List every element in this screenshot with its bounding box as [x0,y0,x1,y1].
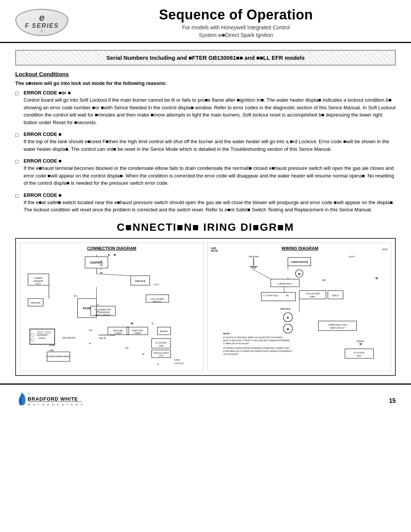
error-desc-4: If the e■at safet■ switch located near t… [24,199,396,214]
svg-text:IG OLTAGE: IG OLTAGE [156,342,167,344]
svg-text:R: R [100,260,102,263]
bullet-2: □ [15,131,24,153]
error-code-1: ERROR CODE ■or ■ [24,90,396,96]
svg-text:DISLA: DISLA [332,294,339,297]
svg-text:SWITC ARNESS: SWITC ARNESS [95,314,111,316]
header: e F SERIES ® Sequence of Operation For m… [0,0,411,43]
wiring-diagram-title: WIRING DIAGRAM [282,246,319,251]
error-content-2: ERROR CODE ■ If the top of the tank shou… [24,131,396,153]
svg-text:DISLA: DISLA [39,337,45,339]
svg-text:OARD CIRCUIT.: OARD CIRCUIT. [330,327,345,329]
svg-text:M: M [100,272,103,274]
subtitle-line2: System w■Direct Spark Ignition [76,32,396,38]
svg-text:OLTS: OLTS [349,256,355,258]
error-content-3: ERROR CODE ■ If the e■haust terminal bec… [24,158,396,187]
svg-text:W: W [131,322,134,325]
svg-rect-26 [45,331,51,334]
connection-diagram-svg: CONTROL R M L M ECOM GAS ALE COLL IGLIMI… [23,253,200,367]
svg-text:SENSE: SENSE [160,330,167,332]
svg-line-52 [97,274,131,276]
svg-line-113 [254,270,271,279]
svg-text:LOWER: LOWER [114,332,122,334]
svg-text:SI UN DES CONDUCTEURS DORIGINE: SI UN DES CONDUCTEURS DORIGINE FOURNI AE… [223,347,290,349]
svg-text:LINE: LINE [49,349,54,351]
svg-text:COMUTION: COMUTION [132,329,143,332]
connection-diagram: CONNECTION DIAGRAM CONTROL R M L M ECOM … [20,243,204,371]
wiring-diagram: LACOLTS WIRING DIAGRAM WITE GROUND LOWER… [207,243,391,371]
svg-text:GAS ALE: GAS ALE [280,308,290,310]
svg-text:AC: AC [322,279,326,281]
svg-text:IG OLTAGE: IG OLTAGE [354,351,365,354]
svg-text:NOTE:: NOTE: [223,332,231,335]
svg-text:COLLECTOR: COLLECTOR [306,292,320,295]
svg-rect-25 [38,331,43,334]
svg-text:LOWER MOTOR: LOWER MOTOR [290,261,308,263]
error-code-4: ERROR CODE ■ [24,192,396,198]
error-block-1: □ ERROR CODE ■or ■ Control board will go… [15,90,396,126]
svg-text:W: W [376,277,378,280]
svg-text:G: G [97,304,99,306]
page-title: Sequence of Operation [76,7,396,23]
svg-text:IF AN OFE TE ORIGINAL WIRES AS: IF AN OFE TE ORIGINAL WIRES AS SULIED WI… [223,336,283,339]
svg-text:LOWER: LOWER [133,332,141,334]
svg-text:GN: GN [125,347,129,349]
svg-text:LOWER: LOWER [34,277,43,279]
svg-text:R: R [287,316,289,320]
wiring-diagram-svg: GROUND LOWER MOTOR OLTS M LOWER RELA AC … [211,254,388,365]
svg-text:O: O [152,322,154,325]
svg-text:N: N [158,363,159,366]
svg-text:GN: GN [89,329,92,331]
svg-text:M: M [114,254,116,256]
subtitle-line1: For models with Honeywell Integrated Con… [76,24,396,30]
serial-banner: Serial Numbers Including and ■FTER GB130… [15,50,396,66]
svg-text:S.N.C.: S.N.C. [154,283,160,286]
svg-text:OLTS AC: OLTS AC [175,362,185,364]
svg-text:BRADFORD WHITE: BRADFORD WHITE [28,396,78,402]
svg-text:W: W [89,342,91,345]
error-content-4: ERROR CODE ■ If the e■at safet■ switch l… [24,192,396,214]
error-block-2: □ ERROR CODE ■ If the top of the tank sh… [15,131,396,153]
svg-text:M: M [298,272,301,276]
svg-text:R: R [108,254,110,256]
svg-text:GROUND: GROUND [249,256,259,258]
footer: BRADFORD WHITE ® W A T E R H E A T E R S… [0,383,411,418]
svg-text:LIMIT N.C.: LIMIT N.C. [152,300,162,303]
svg-text:ECO: ECO [36,283,41,285]
svg-text:LOAD: LOAD [49,344,56,347]
svg-text:NC: NC [286,294,290,297]
svg-text:TOGGLE SWITC: TOGGLE SWITC [153,352,169,354]
lockout-section-title: Lockout Conditions [15,71,396,77]
svg-text:W A T E R   H E A T E R S: W A T E R H E A T E R S [28,403,84,406]
error-block-3: □ ERROR CODE ■ If the e■haust terminal b… [15,158,396,187]
error-desc-2: If the top of the tank should e■ceed F■t… [24,138,396,153]
svg-text:ECOM: ECOM [83,307,91,310]
svg-text:G: G [97,310,99,312]
bullet-3: □ [15,158,24,187]
svg-point-24 [31,338,34,341]
svg-text:OU LEUIALENT.: OU LEUIALENT. [223,353,239,355]
svg-text:M: M [100,264,103,267]
svg-text:S. TSTAT ECO: S. TSTAT ECO [263,294,279,297]
svg-text:M: M [287,328,289,331]
svg-text:C WIRE OR ITS EUIALENT.: C WIRE OR ITS EUIALENT. [223,342,250,345]
svg-text:MUST E RELACED. IT MUST E RELA: MUST E RELACED. IT MUST E RELACED WIT \u… [223,339,290,342]
svg-text:SECONDAR: SECONDAR [62,337,76,339]
svg-text:®: ® [28,392,29,395]
svg-text:SENSE: SENSE [357,340,364,342]
svg-text:GND: GND [175,359,180,361]
bullet-4: □ [15,192,24,214]
svg-text:LOWER RELA COIL: LOWER RELA COIL [328,324,347,326]
svg-text:R G: R G [74,295,78,297]
main-content: Lockout Conditions The s■stem will go in… [0,71,411,376]
svg-text:SAR: SAR [159,345,163,347]
error-code-3: ERROR CODE ■ [24,158,396,164]
svg-text:W: W [142,353,145,355]
error-content-1: ERROR CODE ■or ■ Control board will go i… [24,90,396,126]
svg-text:CONTROL: CONTROL [37,334,48,336]
svg-text:TRANSFORMER   RIMAR: TRANSFORMER RIMAR [47,355,70,358]
svg-text:LINE IN: LINE IN [99,337,106,339]
svg-text:CONTROL OARD: CONTROL OARD [99,334,115,336]
svg-text:COLL IGLIMIT: COLL IGLIMIT [151,298,164,300]
title-area: Sequence of Operation For models with Ho… [76,7,396,38]
svg-text:INDUCER: INDUCER [113,329,123,332]
